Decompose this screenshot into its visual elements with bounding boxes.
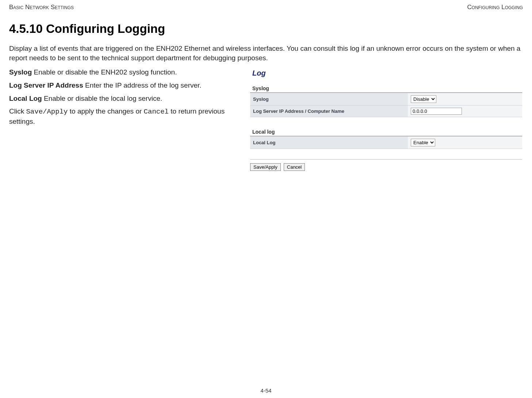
definitions-column: Syslog Enable or disable the ENH202 sysl… — [9, 68, 243, 130]
syslog-section-label: Syslog — [250, 84, 522, 93]
logserver-definition: Log Server IP Address Enter the IP addre… — [9, 81, 243, 90]
click-mid: to apply the changes or — [68, 107, 143, 115]
page-header: Basic Network Settings Configuring Loggi… — [9, 4, 523, 11]
logserver-desc: Enter the IP address of the log server. — [83, 81, 202, 89]
click-instruction: Click Save/Apply to apply the changes or… — [9, 107, 243, 126]
logserver-row-label: Log Server IP Address / Computer Name — [250, 106, 408, 117]
section-heading: 4.5.10 Configuring Logging — [9, 22, 523, 36]
locallog-definition: Local Log Enable or disable the local lo… — [9, 94, 243, 103]
ui-screenshot-column: Log Syslog Syslog Disable Log Server IP … — [249, 68, 523, 172]
syslog-term: Syslog — [9, 68, 32, 76]
locallog-term: Local Log — [9, 95, 42, 102]
save-apply-code: Save/Apply — [26, 108, 68, 116]
syslog-desc: Enable or disable the ENH202 syslog func… — [32, 68, 177, 76]
log-title: Log — [250, 69, 522, 77]
locallog-table: Local Log Enable — [250, 136, 522, 149]
locallog-row-label: Local Log — [250, 137, 408, 149]
syslog-table: Syslog Disable Log Server IP Address / C… — [250, 93, 522, 117]
table-row: Log Server IP Address / Computer Name — [250, 106, 522, 117]
save-apply-button[interactable]: Save/Apply — [250, 163, 281, 171]
cancel-code: Cancel — [144, 108, 169, 116]
intro-paragraph: Display a list of events that are trigge… — [9, 44, 523, 62]
syslog-select[interactable]: Disable — [411, 95, 436, 103]
logserver-input[interactable] — [411, 108, 462, 115]
header-left: Basic Network Settings — [9, 4, 74, 11]
header-right: Configuring Logging — [467, 4, 523, 11]
click-prefix: Click — [9, 107, 26, 115]
page-footer: 4-54 — [0, 387, 532, 394]
button-row: Save/Apply Cancel — [250, 159, 522, 171]
locallog-desc: Enable or disable the local log service. — [42, 95, 162, 102]
cancel-button[interactable]: Cancel — [284, 163, 305, 171]
table-row: Syslog Disable — [250, 93, 522, 106]
log-panel: Log Syslog Syslog Disable Log Server IP … — [249, 68, 523, 172]
locallog-section-label: Local log — [250, 127, 522, 136]
table-row: Local Log Enable — [250, 137, 522, 149]
syslog-definition: Syslog Enable or disable the ENH202 sysl… — [9, 68, 243, 77]
logserver-term: Log Server IP Address — [9, 81, 83, 89]
locallog-select[interactable]: Enable — [411, 139, 435, 146]
syslog-row-label: Syslog — [250, 93, 408, 106]
